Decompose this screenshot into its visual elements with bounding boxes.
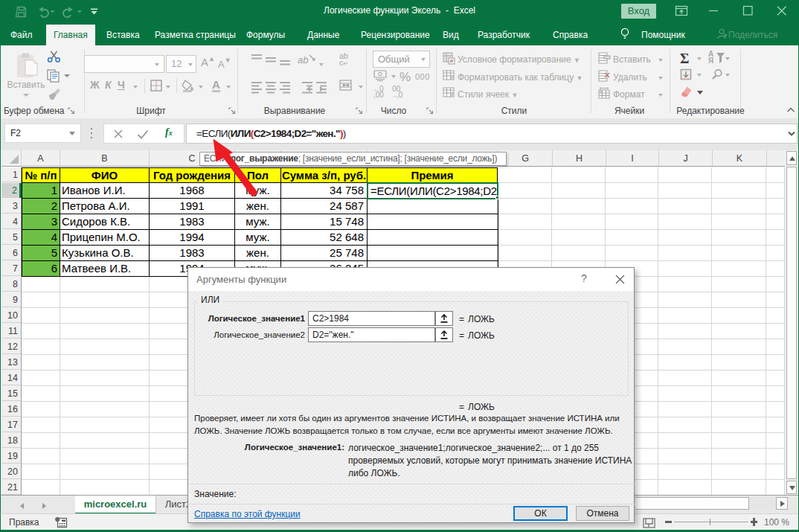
svg-text:ab: ab [298,54,308,65]
